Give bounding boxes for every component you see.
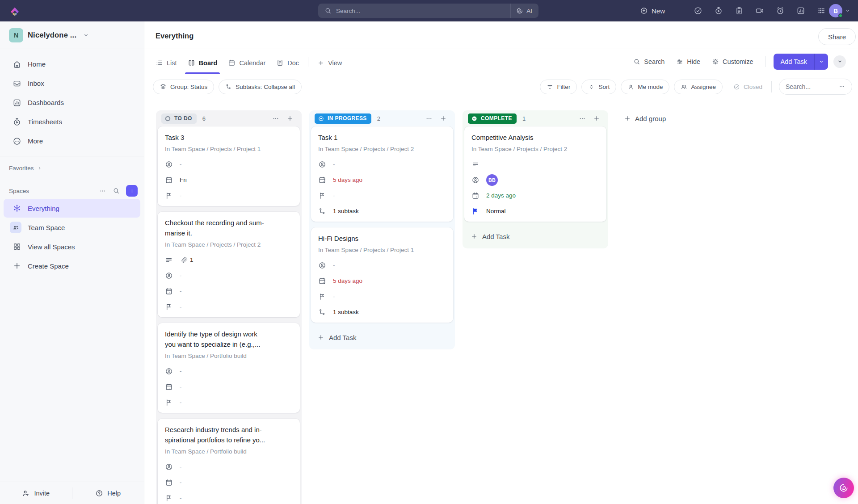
hide-button[interactable]: Hide (676, 58, 700, 65)
column-add-task-button[interactable]: Add Task (311, 328, 453, 347)
new-button[interactable]: New (640, 0, 665, 21)
task-card[interactable]: Hi-Fi DesignsIn Team Space / Projects / … (311, 227, 453, 323)
global-search-bar[interactable]: Search... AI (318, 4, 538, 18)
spaces-search-icon[interactable] (113, 187, 120, 194)
spaces-more-icon[interactable] (99, 187, 106, 195)
share-button[interactable]: Share (818, 28, 856, 45)
sidebar-item-inbox[interactable]: Inbox (0, 74, 144, 93)
favorites-section[interactable]: Favorites (0, 159, 144, 177)
closed-button[interactable]: Closed (733, 84, 762, 90)
sidebar-item-everything[interactable]: Everything (4, 199, 140, 218)
invite-button[interactable]: Invite (0, 489, 72, 497)
column-more-icon[interactable] (578, 114, 586, 122)
task-field-assignee[interactable]: - (318, 156, 446, 172)
ai-fab-button[interactable] (833, 478, 854, 498)
apps-grid-icon[interactable] (817, 6, 826, 15)
column-more-icon[interactable] (272, 114, 280, 122)
status-pill-complete[interactable]: COMPLETE (468, 113, 517, 124)
clipboard-icon[interactable] (735, 6, 744, 15)
task-field-flag[interactable]: - (165, 395, 293, 410)
task-field-subtask[interactable]: 1 subtask (318, 203, 446, 219)
tab-list[interactable]: List (150, 49, 182, 74)
sidebar-item-view-all-spaces[interactable]: View all Spaces (4, 237, 140, 256)
more-options-icon[interactable] (838, 83, 845, 90)
column-add-icon[interactable] (286, 115, 294, 122)
assignee-button[interactable]: Assignee (674, 80, 723, 94)
task-card[interactable]: Research industry trends and in- spirati… (158, 419, 300, 504)
sidebar-item-dashboards[interactable]: Dashboards (0, 93, 144, 112)
task-field-calendar[interactable]: 5 days ago (318, 172, 446, 188)
task-field-flag[interactable]: - (318, 188, 446, 203)
plus-icon (13, 261, 21, 270)
task-field-desc[interactable]: 1 (165, 252, 293, 268)
task-field-value: - (333, 262, 335, 269)
subtasks-button[interactable]: Subtasks: Collapse all (219, 80, 302, 94)
task-field-assignee[interactable]: BB (471, 172, 599, 188)
add-space-button[interactable] (126, 185, 138, 197)
task-field-flag[interactable]: - (165, 490, 293, 504)
task-field-assignee[interactable]: - (165, 156, 293, 172)
task-field-calendar[interactable]: - (165, 283, 293, 299)
reminder-clock-icon[interactable] (776, 6, 785, 15)
task-field-desc[interactable] (471, 156, 599, 172)
task-field-flag[interactable]: - (165, 188, 293, 203)
task-field-assignee[interactable]: - (165, 268, 293, 283)
column-add-icon[interactable] (593, 115, 600, 122)
task-card[interactable]: Task 1In Team Space / Projects / Project… (311, 126, 453, 222)
task-card[interactable]: Competitive AnalysisIn Team Space / Proj… (464, 126, 606, 222)
task-field-calendar[interactable]: - (165, 379, 293, 395)
task-field-subtask[interactable]: 1 subtask (318, 304, 446, 320)
workspace-switcher[interactable]: N Nicelydone ... (0, 21, 144, 49)
view-search-label: Search (644, 58, 665, 65)
add-view-button[interactable]: View (312, 49, 347, 74)
sidebar-item-home[interactable]: Home (0, 55, 144, 74)
add-group-button[interactable]: Add group (624, 110, 666, 126)
task-field-flag[interactable]: - (165, 299, 293, 315)
task-field-calendar[interactable]: 2 days ago (471, 188, 599, 203)
help-button[interactable]: Help (72, 489, 144, 497)
ai-button[interactable]: AI (511, 7, 538, 14)
sidebar-item-create-space[interactable]: Create Space (4, 256, 140, 275)
avatar[interactable]: B (829, 4, 842, 17)
tab-doc[interactable]: Doc (271, 49, 304, 74)
dashboards-chart-icon[interactable] (796, 6, 805, 15)
add-task-dropdown[interactable] (815, 59, 828, 65)
task-field-flag[interactable]: Normal (471, 203, 599, 219)
task-field-flag[interactable]: - (318, 289, 446, 304)
tab-calendar[interactable]: Calendar (223, 49, 271, 74)
column-add-task-button[interactable]: Add Task (464, 227, 606, 246)
assignee-icon (165, 463, 173, 471)
timer-icon[interactable] (714, 6, 723, 15)
filter-button[interactable]: Filter (540, 80, 577, 94)
column-more-icon[interactable] (425, 114, 433, 122)
status-pill-inprogress[interactable]: IN PROGRESS (315, 113, 371, 124)
tasks-check-icon[interactable] (694, 6, 702, 15)
group-by-button[interactable]: Group: Status (153, 80, 214, 94)
task-card[interactable]: Identify the type of design work you wan… (158, 323, 300, 413)
view-search-button[interactable]: Search (633, 58, 665, 65)
column-add-icon[interactable] (440, 115, 447, 122)
user-menu[interactable]: B (829, 4, 851, 17)
status-pill-todo[interactable]: TO DO (161, 113, 197, 124)
task-field-calendar[interactable]: Fri (165, 172, 293, 188)
sidebar-item-more[interactable]: More (0, 131, 144, 151)
sidebar-item-timesheets[interactable]: Timesheets (0, 112, 144, 131)
task-field-assignee[interactable]: - (165, 363, 293, 379)
task-field-calendar[interactable]: - (165, 475, 293, 490)
add-task-button[interactable]: Add Task (774, 54, 828, 70)
task-field-assignee[interactable]: - (318, 257, 446, 273)
sidebar-item-team-space[interactable]: Team Space (4, 218, 140, 237)
tab-board[interactable]: Board (182, 49, 223, 74)
video-icon[interactable] (755, 6, 764, 15)
customize-button[interactable]: Customize (712, 58, 753, 65)
clickup-logo-icon[interactable] (9, 5, 21, 17)
collapse-header-button[interactable] (833, 55, 846, 68)
task-card[interactable]: Checkout the recording and sum- marise i… (158, 212, 300, 317)
me-mode-button[interactable]: Me mode (621, 80, 669, 94)
task-field-assignee[interactable]: - (165, 459, 293, 475)
task-field-calendar[interactable]: 5 days ago (318, 273, 446, 289)
task-card[interactable]: Task 3In Team Space / Projects / Project… (158, 126, 300, 206)
board-search-input[interactable]: Search... (779, 79, 852, 95)
sort-button[interactable]: Sort (581, 80, 616, 94)
column-tools (272, 114, 296, 122)
